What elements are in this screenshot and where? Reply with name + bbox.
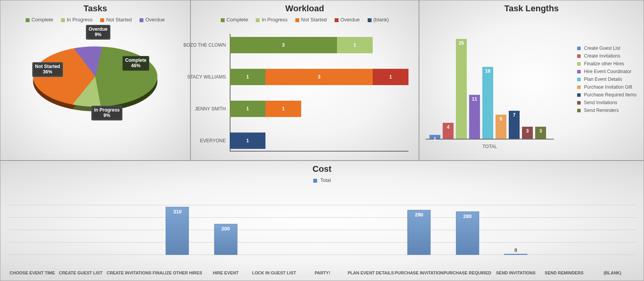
legend-swatch [577,54,581,58]
cost-xlabel: PLAN EVENT DETAILS [346,271,396,275]
cost-xlabel: PURCHASE INVITATION [394,271,444,275]
legend-label: Send Reminders [584,108,619,113]
lengths-bar: 1 [429,135,440,139]
cost-xlabel: CREATE GUEST LIST [56,271,106,275]
lengths-bar: 4 [443,123,454,139]
legend-swatch [295,18,299,22]
cost-bar-value: 290 [408,212,430,218]
legend-label: Send Invitations [584,100,617,105]
workload-row-label: BOZO THE CLOWN [175,42,230,48]
cost-bar: 8 [504,254,527,255]
cost-xlabel: HIRE EVENT [201,271,251,275]
legend-item: Not Started [100,17,132,23]
cost-bar-value: 200 [215,226,237,232]
legend-item: Complete [26,17,53,23]
tasks-panel: Tasks CompleteIn ProgressNot StartedOver… [0,0,190,161]
workload-row-label: STACY WILLIAMS [175,74,230,80]
lengths-legend-item: Hire Event Coordinator [577,69,637,74]
lengths-legend-item: Send Invitations [577,100,637,105]
lengths-bar: 18 [482,67,493,139]
cost-bar-value: 8 [504,247,527,253]
pie-label-inprogress-text: In Progress [94,107,120,113]
legend-swatch [100,18,104,22]
lengths-x-axis [426,139,554,140]
legend-label: Create Invitations [584,53,620,59]
workload-row: EVERYONE1 [230,133,408,149]
cost-xlabel: SEND REMINDERS [539,271,589,275]
pie-label-inprogress: In Progress 9% [91,106,122,120]
lengths-legend: Create Guest List Create Invitations Fin… [577,43,637,115]
cost-xlabel: LOCK IN GUEST LIST [249,271,299,275]
pie-label-notstarted-text: Not Started [35,64,60,69]
cost-title: Cost [0,164,644,174]
legend-swatch [577,101,581,105]
lengths-legend-item: Plan Event Details [577,77,637,82]
legend-swatch [368,18,372,22]
lengths-xlabel: TOTAL [426,144,554,149]
lengths-bar-value: 18 [482,68,493,74]
legend-swatch [577,47,581,50]
pie-label-complete-pct: 46% [131,63,140,68]
cost-xlabel: SEND INVITATIONS [490,271,541,275]
cost-xlabel: FINALIZE OTHER HIRES [152,271,202,275]
legend-swatch [577,78,581,81]
lengths-bar-value: 25 [456,40,467,46]
workload-segment: 1 [373,69,408,85]
lengths-legend-item: Create Invitations [577,53,637,59]
lengths-bar: 6 [496,115,506,139]
cost-gridlines [8,202,636,255]
workload-row: BOZO THE CLOWN31 [230,37,408,53]
legend-item: (blank) [368,17,389,23]
workload-segment: 3 [265,69,373,85]
cost-gridline [8,255,636,255]
lengths-legend-item: Finalize other Hires [577,61,637,66]
legend-label: Plan Event Details [584,77,622,82]
legend-label: Purchase Invitation Gift [584,84,632,90]
legend-swatch [577,62,581,66]
legend-swatch [61,18,65,22]
cost-gridline [8,230,636,230]
legend-label: Not Started [106,17,132,23]
legend-swatch [26,18,30,22]
workload-legend: CompleteIn ProgressNot StartedOverdue(bl… [191,17,419,23]
lengths-bar: 25 [456,39,467,139]
lengths-legend-item: Purchase Invitation Gift [577,84,637,90]
lengths-bar-value: 1 [429,136,440,142]
legend-label: Overdue [145,17,165,23]
legend-item: Overdue [335,17,360,23]
pie-label-notstarted-pct: 36% [43,69,52,75]
lengths-bar: 11 [469,95,480,139]
pie-label-overdue-pct: 9% [95,32,101,37]
cost-xlabel: CHOOSE EVENT TIME [7,271,58,275]
cost-bar: 310 [166,207,189,255]
lengths-legend-item: Create Guest List [577,45,637,51]
lengths-chart: TOTAL 142511186733 [426,28,554,151]
cost-panel: Cost Total CHOOSE EVENT TIMECREATE GUEST… [0,161,644,281]
lengths-bar-value: 3 [522,128,533,134]
pie-label-complete-text: Complete [125,58,147,63]
workload-segment: 1 [230,69,265,85]
legend-swatch [577,86,581,89]
workload-row-label: JENNY SMITH [175,106,230,112]
legend-swatch [335,18,339,22]
legend-label: Complete [227,17,248,23]
pie-label-complete: Complete 46% [122,56,149,71]
cost-xlabel: PURCHASE REQUIRED [442,271,493,275]
legend-label: Create Guest List [584,45,620,51]
legend-label: Finalize other Hires [584,61,624,66]
dashboard: Tasks CompleteIn ProgressNot StartedOver… [0,0,644,281]
legend-swatch [140,18,143,22]
legend-label: Complete [31,17,53,23]
workload-segment: 1 [230,133,265,149]
lengths-bar: 7 [509,111,520,139]
lengths-bar: 3 [535,127,546,139]
workload-title: Workload [191,3,419,14]
lengths-bar-value: 7 [509,112,520,118]
cost-bar: 290 [407,210,431,255]
workload-row: JENNY SMITH11 [230,101,408,117]
workload-chart: BOZO THE CLOWN31STACY WILLIAMS131JENNY S… [230,34,408,152]
workload-row: STACY WILLIAMS131 [230,69,408,85]
cost-bar-value: 280 [456,213,479,219]
legend-label: Purchase Required Items [584,92,637,98]
legend-label: Hire Event Coordinator [584,69,632,74]
